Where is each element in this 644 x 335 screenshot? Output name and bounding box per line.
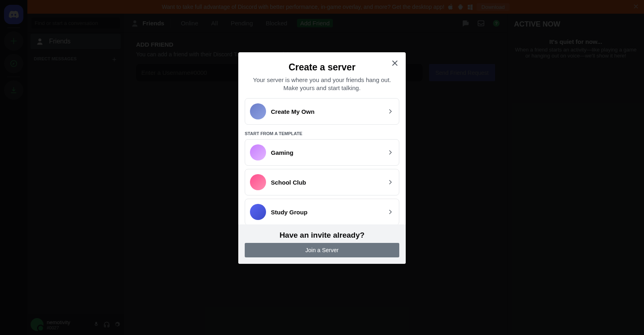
- modal-footer: Have an invite already? Join a Server: [238, 224, 406, 264]
- option-label: Study Group: [271, 209, 382, 216]
- template-study-group-option[interactable]: Study Group: [245, 199, 399, 224]
- chevron-right-icon: [387, 149, 394, 156]
- option-label: Gaming: [271, 149, 382, 156]
- modal-subtitle: Your server is where you and your friend…: [248, 76, 396, 92]
- close-icon: [390, 59, 399, 68]
- chevron-right-icon: [387, 108, 394, 115]
- create-server-modal: Create a server Your server is where you…: [238, 52, 406, 264]
- template-school-club-option[interactable]: School Club: [245, 169, 399, 195]
- school-club-icon: [250, 174, 266, 190]
- globe-icon: [250, 103, 266, 119]
- option-label: Create My Own: [271, 108, 382, 115]
- template-gaming-option[interactable]: Gaming: [245, 139, 399, 166]
- study-group-icon: [250, 204, 266, 220]
- option-label: School Club: [271, 179, 382, 186]
- chevron-right-icon: [387, 208, 394, 216]
- modal-title: Create a server: [248, 62, 396, 73]
- join-server-button[interactable]: Join a Server: [245, 243, 399, 257]
- chevron-right-icon: [387, 179, 394, 186]
- template-section-label: START FROM A TEMPLATE: [245, 131, 399, 136]
- modal-close-button[interactable]: [390, 59, 399, 68]
- gaming-icon: [250, 144, 266, 160]
- invite-heading: Have an invite already?: [245, 231, 399, 240]
- create-my-own-option[interactable]: Create My Own: [245, 98, 399, 125]
